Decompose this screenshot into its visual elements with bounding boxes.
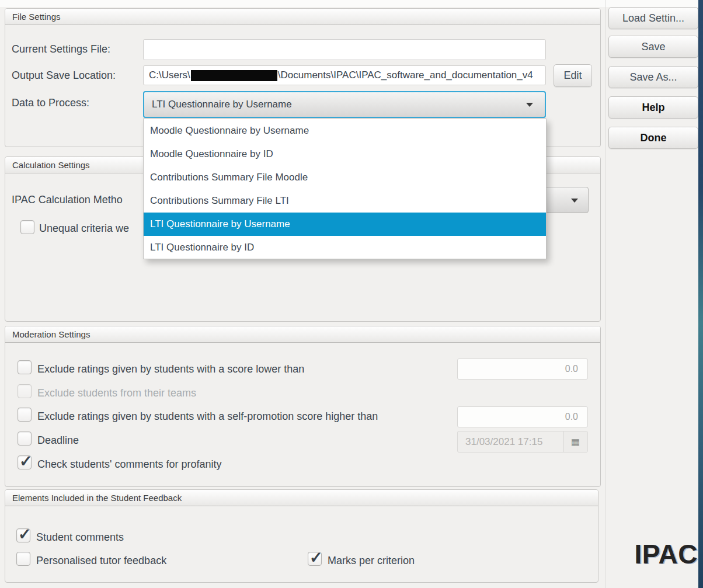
- check-icon: ✓: [19, 452, 33, 471]
- tutor-feedback-checkbox[interactable]: ✓: [16, 552, 30, 566]
- exclude-low-score-checkbox[interactable]: ✓: [18, 360, 32, 374]
- calendar-icon: ▦: [571, 436, 580, 447]
- deadline-date-value: 31/03/2021 17:15: [458, 436, 563, 448]
- content-divider: [605, 0, 605, 588]
- check-icon: ✓: [18, 525, 32, 544]
- done-button[interactable]: Done: [608, 127, 698, 149]
- path-suffix: \Documents\IPAC\IPAC_software_and_docume…: [278, 69, 533, 81]
- current-settings-file-value: [144, 40, 545, 60]
- calendar-button[interactable]: ▦: [563, 432, 587, 452]
- ipac-settings-window: File Settings Current Settings File: Out…: [0, 0, 703, 588]
- top-strip: [0, 0, 698, 7]
- marks-per-criterion-label: Marks per criterion: [328, 554, 415, 567]
- window-edge-strip: [698, 0, 703, 588]
- ipac-logo: IPAC: [616, 538, 698, 570]
- ipac-calculation-method-label: IPAC Calculation Metho: [12, 193, 123, 206]
- chevron-down-icon: [571, 199, 578, 203]
- data-to-process-combobox[interactable]: LTI Questionnaire by Username: [143, 91, 546, 118]
- marks-per-criterion-checkbox[interactable]: ✓: [308, 552, 322, 566]
- exclude-self-promotion-label: Exclude ratings given by students with a…: [37, 410, 378, 423]
- help-button[interactable]: Help: [608, 96, 698, 119]
- dropdown-option-contrib-lti[interactable]: Contributions Summary File LTI: [144, 189, 546, 213]
- save-as-button[interactable]: Save As...: [608, 66, 698, 88]
- dropdown-option-lti-username[interactable]: LTI Questionnaire by Username: [144, 213, 546, 236]
- path-prefix: C:\Users\: [149, 69, 190, 81]
- save-button[interactable]: Save: [608, 36, 698, 58]
- profanity-check-label: Check students' comments for profanity: [37, 458, 222, 471]
- edit-button[interactable]: Edit: [554, 64, 592, 87]
- data-to-process-value: LTI Questionnaire by Username: [144, 99, 292, 110]
- profanity-check-checkbox[interactable]: ✓: [18, 455, 32, 469]
- data-to-process-dropdown: Moodle Questionnaire by Username Moodle …: [143, 119, 547, 259]
- load-settings-button[interactable]: Load Settin...: [608, 7, 698, 29]
- feedback-elements-header[interactable]: Elements Included in the Student Feedbac…: [5, 490, 598, 506]
- deadline-date-field[interactable]: 31/03/2021 17:15 ▦: [457, 431, 588, 453]
- student-comments-label: Student comments: [36, 531, 124, 544]
- data-to-process-label: Data to Process:: [12, 96, 89, 109]
- moderation-settings-header[interactable]: Moderation Settings: [5, 326, 600, 343]
- exclude-own-team-label: Exclude students from their teams: [37, 387, 196, 399]
- deadline-label: Deadline: [37, 434, 79, 447]
- dropdown-option-moodle-username[interactable]: Moodle Questionnaire by Username: [144, 119, 546, 142]
- deadline-checkbox[interactable]: ✓: [18, 432, 32, 446]
- dropdown-option-moodle-id[interactable]: Moodle Questionnaire by ID: [144, 142, 546, 166]
- student-comments-checkbox[interactable]: ✓: [16, 528, 30, 542]
- current-settings-file-input[interactable]: [143, 39, 546, 60]
- redacted-username: [191, 70, 277, 81]
- chevron-down-icon: [526, 103, 533, 107]
- check-icon: ✓: [309, 548, 323, 567]
- output-save-location-input[interactable]: C:\Users\ \Documents\IPAC\IPAC_software_…: [143, 65, 546, 85]
- dropdown-option-lti-id[interactable]: LTI Questionnaire by ID: [144, 236, 546, 259]
- low-score-threshold-field[interactable]: 0.0: [457, 359, 588, 380]
- unequal-criteria-checkbox[interactable]: ✓: [20, 220, 34, 234]
- exclude-own-team-checkbox[interactable]: ✓: [18, 384, 32, 398]
- tutor-feedback-label: Personalised tutor feedback: [36, 554, 166, 567]
- output-save-location-label: Output Save Location:: [12, 69, 116, 82]
- exclude-self-promotion-checkbox[interactable]: ✓: [18, 408, 32, 422]
- self-promotion-threshold-field[interactable]: 0.0: [457, 406, 588, 427]
- dropdown-option-contrib-moodle[interactable]: Contributions Summary File Moodle: [144, 166, 546, 189]
- current-settings-file-label: Current Settings File:: [12, 43, 110, 55]
- file-settings-header[interactable]: File Settings: [5, 9, 600, 25]
- unequal-criteria-label: Unequal criteria we: [39, 222, 129, 235]
- exclude-low-score-label: Exclude ratings given by students with a…: [37, 363, 304, 375]
